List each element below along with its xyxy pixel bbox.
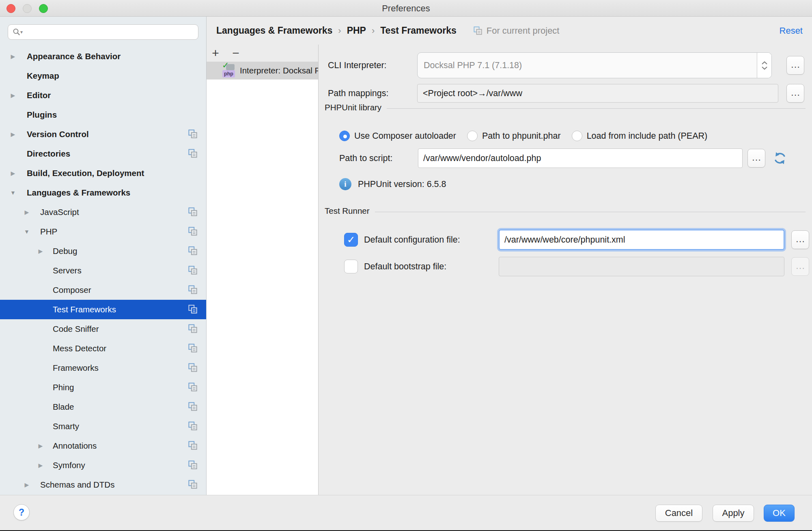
tree-arrow-icon[interactable]: ▶ — [9, 163, 17, 183]
sidebar-item-composer[interactable]: Composer — [0, 280, 206, 300]
reset-link[interactable]: Reset — [780, 26, 803, 36]
add-interpreter-button[interactable]: + — [207, 45, 224, 61]
sidebar-item-javascript[interactable]: ▶ JavaScript — [0, 202, 206, 222]
tree-arrow-icon[interactable]: ▶ — [37, 436, 45, 456]
tree-arrow-icon[interactable]: ▼ — [9, 183, 17, 202]
breadcrumb-php[interactable]: PHP — [347, 25, 366, 36]
tree-arrow-icon[interactable] — [37, 358, 45, 378]
checkmark-icon: ✓ — [345, 233, 358, 246]
radio-load-from-include-path[interactable] — [572, 131, 582, 141]
sidebar-item-label: Plugins — [0, 110, 57, 120]
help-button[interactable]: ? — [13, 504, 30, 520]
tree-arrow-icon[interactable] — [9, 66, 17, 86]
sidebar-item-frameworks[interactable]: Frameworks — [0, 358, 206, 378]
sidebar-item-label: JavaScript — [0, 207, 79, 217]
titlebar: Preferences — [0, 0, 812, 17]
sidebar-item-build-execution-deployment[interactable]: ▶ Build, Execution, Deployment — [0, 163, 206, 183]
cli-interpreter-stepper[interactable] — [757, 53, 771, 78]
default-configuration-file-input[interactable] — [499, 230, 784, 250]
sidebar-item-phing[interactable]: Phing — [0, 378, 206, 397]
path-mappings-browse-button[interactable]: … — [786, 84, 804, 103]
tree-arrow-icon[interactable] — [37, 319, 45, 339]
sidebar-item-languages-frameworks[interactable]: ▼ Languages & Frameworks — [0, 183, 206, 202]
tree-arrow-icon[interactable]: ▶ — [23, 475, 31, 494]
tree-arrow-icon[interactable]: ▶ — [9, 86, 17, 105]
default-bootstrap-file-label[interactable]: Default bootstrap file: — [364, 262, 499, 272]
sidebar-item-plugins[interactable]: Plugins — [0, 105, 206, 125]
path-to-script-browse-button[interactable]: … — [747, 149, 765, 168]
settings-tree: ▶ Appearance & Behavior Keymap ▶ Editor … — [0, 47, 206, 494]
search-options-caret-icon[interactable]: ▾ — [20, 29, 23, 35]
radio-label-composer[interactable]: Use Composer autoloader — [354, 131, 456, 141]
sidebar-item-mess-detector[interactable]: Mess Detector — [0, 339, 206, 358]
per-project-settings-icon — [188, 246, 198, 256]
sidebar-item-php[interactable]: ▼ PHP — [0, 222, 206, 241]
window-title: Preferences — [0, 0, 812, 17]
sidebar-item-smarty[interactable]: Smarty — [0, 417, 206, 436]
tree-arrow-icon[interactable]: ▶ — [9, 125, 17, 144]
radio-path-to-phpunit-phar[interactable] — [467, 131, 478, 141]
tree-arrow-icon[interactable] — [9, 105, 17, 125]
cancel-button[interactable]: Cancel — [655, 505, 702, 522]
tree-arrow-icon[interactable]: ▶ — [37, 241, 45, 261]
per-project-settings-icon — [474, 26, 482, 35]
tree-arrow-icon[interactable]: ▶ — [23, 202, 31, 222]
sidebar-item-keymap[interactable]: Keymap — [0, 66, 206, 86]
sidebar-item-directories[interactable]: Directories — [0, 144, 206, 163]
path-to-script-input[interactable] — [418, 148, 743, 168]
radio-label-pear[interactable]: Load from include path (PEAR) — [587, 131, 708, 141]
phpunit-version-text: PHPUnit version: 6.5.8 — [358, 179, 446, 189]
tree-arrow-icon[interactable] — [37, 261, 45, 280]
radio-label-phar[interactable]: Path to phpunit.phar — [482, 131, 561, 141]
per-project-settings-icon — [188, 285, 198, 295]
tree-arrow-icon[interactable] — [37, 300, 45, 319]
per-project-settings-icon — [188, 129, 198, 139]
tree-arrow-icon[interactable] — [37, 417, 45, 436]
sidebar-item-label: Annotations — [0, 441, 97, 451]
sidebar-item-debug[interactable]: ▶ Debug — [0, 241, 206, 261]
sidebar-item-schemas-and-dtds[interactable]: ▶ Schemas and DTDs — [0, 475, 206, 494]
sidebar-item-label: Frameworks — [0, 363, 99, 373]
chevron-up-icon — [761, 61, 768, 65]
tree-arrow-icon[interactable] — [37, 280, 45, 300]
sidebar-item-blade[interactable]: Blade — [0, 397, 206, 417]
tree-arrow-icon[interactable] — [37, 397, 45, 417]
interpreter-list-item-selected[interactable]: ✓ php Interpreter: Docksal PHP 7.1 (7.1.… — [207, 62, 318, 80]
tree-arrow-icon[interactable]: ▶ — [9, 47, 17, 66]
default-configuration-file-checkbox[interactable]: ✓ — [344, 233, 358, 247]
settings-sidebar: ▾ ▶ Appearance & Behavior Keymap ▶ Edito… — [0, 17, 207, 495]
apply-button[interactable]: Apply — [713, 505, 754, 522]
sidebar-item-annotations[interactable]: ▶ Annotations — [0, 436, 206, 456]
default-configuration-file-label[interactable]: Default configuration file: — [364, 235, 499, 245]
default-bootstrap-file-checkbox[interactable] — [344, 260, 358, 273]
sidebar-item-code-sniffer[interactable]: Code Sniffer — [0, 319, 206, 339]
sidebar-item-label: Languages & Frameworks — [0, 188, 130, 198]
breadcrumb-languages-frameworks[interactable]: Languages & Frameworks — [216, 25, 332, 36]
tree-arrow-icon[interactable]: ▼ — [23, 222, 31, 241]
tree-arrow-icon[interactable]: ▶ — [37, 456, 45, 475]
cli-interpreter-select[interactable]: Docksal PHP 7.1 (7.1.18) — [417, 52, 772, 78]
sidebar-item-label: Schemas and DTDs — [0, 480, 114, 490]
path-mappings-value[interactable]: <Project root>→/var/www — [417, 84, 778, 103]
breadcrumb-separator: › — [338, 26, 341, 36]
sidebar-item-editor[interactable]: ▶ Editor — [0, 86, 206, 105]
tree-arrow-icon[interactable] — [37, 378, 45, 397]
sidebar-item-appearance-behavior[interactable]: ▶ Appearance & Behavior — [0, 47, 206, 66]
sidebar-item-version-control[interactable]: ▶ Version Control — [0, 125, 206, 144]
per-project-settings-icon — [188, 383, 198, 392]
sidebar-item-label: Mess Detector — [0, 344, 106, 353]
ok-button[interactable]: OK — [764, 505, 795, 522]
tree-arrow-icon[interactable] — [37, 339, 45, 358]
search-input[interactable] — [25, 28, 194, 37]
settings-search-box[interactable]: ▾ — [8, 24, 198, 40]
remove-interpreter-button[interactable]: − — [227, 45, 245, 61]
sidebar-item-test-frameworks[interactable]: Test Frameworks — [0, 300, 206, 319]
sidebar-item-servers[interactable]: Servers — [0, 261, 206, 280]
default-configuration-file-browse-button[interactable]: … — [791, 230, 809, 249]
refresh-icon[interactable] — [773, 151, 787, 166]
sidebar-item-symfony[interactable]: ▶ Symfony — [0, 456, 206, 475]
breadcrumb-separator: › — [372, 26, 375, 36]
tree-arrow-icon[interactable] — [9, 144, 17, 163]
radio-use-composer-autoloader[interactable] — [339, 131, 350, 141]
cli-interpreter-browse-button[interactable]: … — [786, 56, 804, 75]
